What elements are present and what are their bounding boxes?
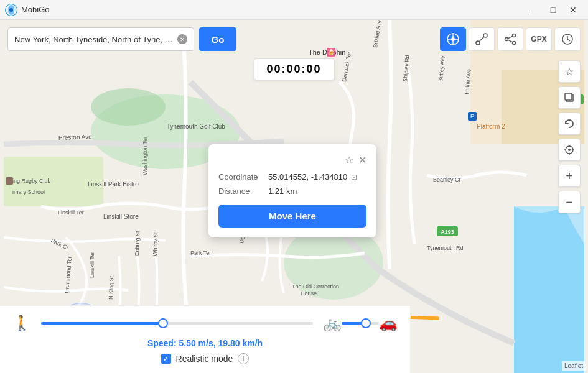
search-bar: New York, North Tyneside, North of Tyne,…: [7, 27, 236, 51]
speed-static-label: Speed:: [147, 338, 177, 348]
distance-label: Distance: [218, 186, 268, 196]
copy-coordinate-button[interactable]: ⊡: [351, 173, 357, 182]
timer-display: 00:00:00: [253, 58, 334, 80]
realistic-mode-row: ✓ Realistic mode i: [12, 353, 398, 364]
speed-thumb[interactable]: [158, 318, 168, 328]
speed-track2: [342, 322, 379, 325]
speed-track: [41, 322, 313, 325]
teleport-button[interactable]: [440, 27, 466, 51]
speed-thumb2[interactable]: [361, 318, 371, 328]
svg-point-64: [505, 38, 508, 41]
search-clear-button[interactable]: ✕: [177, 34, 187, 44]
titlebar: MobiGo — □ ✕: [0, 0, 588, 20]
app-title: MobiGo: [21, 5, 50, 14]
svg-text:Washington Ter: Washington Ter: [142, 137, 148, 175]
speed-value: 5.50 m/s, 19.80 km/h: [179, 338, 263, 348]
svg-text:House: House: [301, 290, 317, 297]
close-popup-button[interactable]: ✕: [358, 154, 366, 166]
history-button[interactable]: [554, 27, 581, 51]
svg-point-73: [568, 149, 571, 151]
route-button[interactable]: [469, 27, 495, 51]
svg-text:Coburg St: Coburg St: [134, 231, 141, 256]
svg-text:ing Rugby Club: ing Rugby Club: [12, 178, 51, 184]
svg-line-69: [567, 39, 570, 41]
move-here-button[interactable]: Move Here: [218, 205, 366, 228]
leaflet-badge: Leaflet: [562, 361, 586, 371]
bottom-panel: 🚶 🚲 🚗 Speed: 5.50 m/s, 19.80 km/h ✓: [0, 305, 411, 373]
svg-text:The Old Correction: The Old Correction: [292, 283, 339, 290]
svg-text:Tynemouth Golf Club: Tynemouth Golf Club: [167, 123, 225, 130]
svg-text:Platform 2: Platform 2: [477, 123, 505, 130]
minimize-button[interactable]: —: [523, 0, 543, 20]
zoom-in-button[interactable]: +: [558, 165, 581, 187]
svg-line-61: [479, 37, 484, 42]
coordinate-popup: ☆ ✕ Coordinate 55.014552, -1.434810 ⊡ Di…: [208, 144, 376, 237]
svg-line-66: [508, 40, 513, 42]
svg-text:imary School: imary School: [12, 189, 45, 195]
svg-text:Tynemouth Rd: Tynemouth Rd: [427, 245, 464, 251]
realistic-mode-label: Realistic mode: [176, 354, 233, 364]
coordinate-label: Coordinate: [218, 172, 268, 182]
svg-rect-51: [6, 177, 13, 185]
svg-text:A193: A193: [441, 229, 454, 235]
svg-text:Linskill Park Bistro: Linskill Park Bistro: [88, 181, 139, 188]
svg-text:P: P: [470, 113, 474, 119]
svg-text:🍺: 🍺: [328, 48, 335, 56]
reset-map-button[interactable]: [558, 113, 581, 135]
locate-map-button[interactable]: [558, 139, 581, 161]
search-value: New York, North Tyneside, North of Tyne,…: [14, 35, 174, 44]
app-logo: [5, 4, 17, 16]
close-button[interactable]: ✕: [563, 0, 583, 20]
share-button[interactable]: [497, 27, 523, 51]
transport-modes: 🚶 🚲 🚗: [12, 315, 398, 332]
distance-row: Distance 1.21 km: [218, 186, 366, 196]
search-input-container[interactable]: New York, North Tyneside, North of Tyne,…: [7, 27, 194, 51]
svg-text:Linskill Ter: Linskill Ter: [58, 210, 84, 216]
realistic-mode-checkbox[interactable]: ✓: [161, 354, 171, 364]
popup-header: ☆ ✕: [218, 154, 366, 166]
svg-text:Whitby St: Whitby St: [152, 232, 159, 256]
favorite-map-button[interactable]: ☆: [558, 60, 581, 83]
go-button[interactable]: Go: [199, 27, 236, 51]
zoom-out-button[interactable]: −: [558, 191, 581, 213]
favorite-popup-button[interactable]: ☆: [345, 154, 353, 166]
svg-line-65: [508, 36, 513, 39]
speed-info: Speed: 5.50 m/s, 19.80 km/h: [12, 338, 398, 348]
toolbar-right: GPX: [440, 27, 581, 51]
speed-slider2: [342, 322, 379, 325]
gpx-button[interactable]: GPX: [526, 27, 552, 51]
distance-value: 1.21 km: [268, 186, 297, 196]
svg-text:Preston Ave: Preston Ave: [58, 133, 93, 141]
svg-text:Linskill Ter: Linskill Ter: [89, 252, 95, 278]
coordinate-value: 55.014552, -1.434810: [268, 172, 347, 182]
map-container: Preston Ave Tynemouth Golf Club Washingt…: [0, 20, 588, 373]
bike-mode-button[interactable]: 🚲: [323, 315, 342, 332]
car-mode-button[interactable]: 🚗: [379, 315, 398, 332]
svg-point-2: [9, 8, 13, 12]
maximize-button[interactable]: □: [543, 0, 563, 20]
speed-slider: [41, 322, 313, 325]
copy-map-button[interactable]: [558, 86, 581, 109]
speed-fill: [41, 322, 164, 325]
coordinate-row: Coordinate 55.014552, -1.434810 ⊡: [218, 172, 366, 182]
info-button[interactable]: i: [238, 353, 249, 364]
window-controls: — □ ✕: [523, 0, 583, 20]
svg-point-58: [451, 37, 455, 41]
svg-text:Beanley Cr: Beanley Cr: [433, 177, 461, 183]
walk-mode-button[interactable]: 🚶: [12, 315, 31, 332]
svg-point-7: [91, 88, 166, 126]
svg-point-63: [513, 42, 516, 45]
svg-text:Park Ter: Park Ter: [190, 250, 211, 256]
titlebar-left: MobiGo: [5, 4, 50, 16]
svg-point-62: [513, 34, 516, 37]
svg-rect-71: [565, 93, 572, 100]
svg-text:Linskill Store: Linskill Store: [103, 213, 139, 220]
svg-text:N King St: N King St: [108, 275, 114, 300]
map-controls: ☆ + −: [558, 60, 581, 213]
